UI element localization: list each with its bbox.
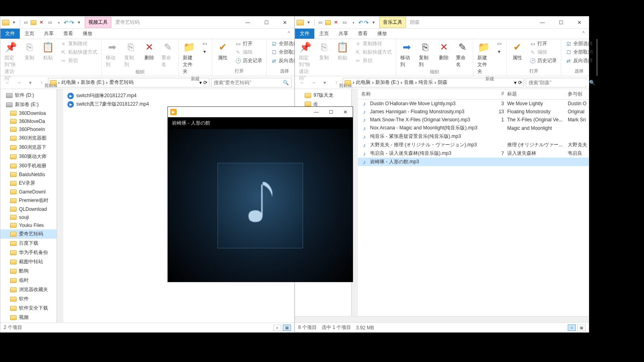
properties-button[interactable]: ✔属性 <box>509 40 525 62</box>
address-bar[interactable]: › 此电脑› 新加卷 (E:)› 爱奇艺转码 ▾ ⟳ <box>48 78 209 87</box>
tab-home[interactable]: 主页 <box>314 29 334 39</box>
minimize-button[interactable]: — <box>533 17 552 29</box>
search-input[interactable]: 🔍 <box>211 78 292 87</box>
sidebar-folder[interactable]: Premiere临时 <box>0 196 56 205</box>
search-icon[interactable]: 🔍 <box>589 80 595 85</box>
sidebar-folder[interactable]: BaiduNetdis <box>0 171 56 179</box>
sidebar-folder[interactable]: GameDownl <box>0 188 56 196</box>
cut-button[interactable]: ✂剪切 <box>353 57 393 64</box>
sidebar-drive[interactable]: 新加卷 (E:) <box>0 100 56 109</box>
sidebar-folder[interactable]: souji <box>0 213 56 221</box>
view-icons-icon[interactable]: ▦ <box>283 325 291 331</box>
history-dropdown[interactable]: ▾ <box>25 78 35 87</box>
dropdown-icon[interactable]: ▾ <box>199 80 202 85</box>
sidebar-folder[interactable]: 360手机相册 <box>0 161 56 171</box>
up-button[interactable]: ↑ <box>37 78 46 87</box>
file-row[interactable]: ♪大野克夫 - 推理 (オリジナル・ヴァージョン).mp3推理 (オリジナルヴァ… <box>358 141 589 149</box>
sidebar-folder[interactable]: 360MoveDa <box>0 117 56 125</box>
folder-icon[interactable] <box>325 20 331 25</box>
newitem-button[interactable]: ▭ <box>494 40 504 47</box>
sidebar-folder[interactable]: 百度下载 <box>0 239 56 248</box>
tab-play[interactable]: 播放 <box>372 29 392 39</box>
delete-icon[interactable]: ✕ <box>332 19 340 27</box>
view-details-icon[interactable]: ≡ <box>273 325 281 331</box>
sidebar-folder[interactable]: 360浏览器下 <box>0 143 56 152</box>
col-name[interactable]: 名称 <box>358 91 491 98</box>
context-tab[interactable]: 视频工具 <box>85 17 111 28</box>
sidebar-folder[interactable]: 浏览器收藏夹 <box>0 285 56 294</box>
sidebar-folder[interactable]: 360浏览器图 <box>0 133 56 143</box>
sidebar-folder[interactable]: Youku Files <box>0 221 56 229</box>
forward-button[interactable]: → <box>309 78 318 87</box>
tab-home[interactable]: 主页 <box>20 29 39 39</box>
history-button[interactable]: 🕑历史记录 <box>233 57 264 64</box>
copypath-button[interactable]: ≡复制路径 <box>59 40 99 48</box>
ribbon-collapse-icon[interactable]: ^ <box>578 29 589 39</box>
selectall-button[interactable]: ☑全部选择 <box>564 40 594 48</box>
copyto-button[interactable]: ⎘复制到 <box>123 40 139 69</box>
file-row[interactable]: ♪James Hannigan - Floating Monstrosity.m… <box>358 108 589 116</box>
crumb[interactable]: › <box>58 80 60 85</box>
delete-icon[interactable]: ✕ <box>37 19 45 27</box>
tab-file[interactable]: 文件 <box>0 29 20 39</box>
copy-button[interactable]: ⎘复制 <box>21 40 38 62</box>
sidebar-folder[interactable]: 视频 <box>0 313 56 322</box>
rename-button[interactable]: ✎重命名 <box>454 40 470 69</box>
minimize-button[interactable]: — <box>309 107 324 117</box>
dropdown-icon[interactable]: ▾ <box>514 80 516 85</box>
crumb[interactable]: 此电脑 <box>61 79 76 86</box>
tab-play[interactable]: 播放 <box>78 29 97 39</box>
qa-down-icon[interactable]: ▾ <box>10 19 18 27</box>
easyaccess-button[interactable]: ▾ <box>494 48 504 55</box>
forward-button[interactable]: → <box>14 78 24 87</box>
undo-icon[interactable]: ↶ <box>64 19 69 26</box>
qa-dot-icon[interactable]: • <box>55 19 63 27</box>
sidebar-folder[interactable]: QLDownload <box>0 205 56 213</box>
scrollbar-h[interactable] <box>295 316 589 322</box>
paste-button[interactable]: 📋粘贴 <box>335 40 351 62</box>
search-field[interactable] <box>529 80 589 85</box>
copyto-button[interactable]: ⎘复制到 <box>417 40 433 69</box>
doc-icon[interactable]: ▭ <box>22 19 30 27</box>
close-button[interactable]: ✕ <box>338 107 353 117</box>
cut-button[interactable]: ✂剪切 <box>59 57 99 64</box>
player-canvas[interactable] <box>168 129 353 282</box>
open-button[interactable]: ▭打开 <box>233 40 264 48</box>
history-dropdown[interactable]: ▾ <box>320 78 330 87</box>
context-tab[interactable]: 音乐工具 <box>379 17 406 28</box>
up-button[interactable]: ↑ <box>331 78 341 87</box>
search-input[interactable]: 🔍 <box>526 78 586 87</box>
edit-button[interactable]: ✎编辑 <box>233 48 264 56</box>
view-icons-icon[interactable]: ▦ <box>577 325 585 331</box>
maximize-button[interactable]: ☐ <box>257 17 276 29</box>
search-field[interactable] <box>214 80 283 85</box>
qa-down-icon[interactable]: ▾ <box>305 19 313 27</box>
crumb[interactable]: 纯音乐 <box>418 79 433 86</box>
newitem-button[interactable]: ▭ <box>200 40 209 47</box>
col-title[interactable]: 标题 <box>507 91 568 98</box>
history-button[interactable]: 🕑历史记录 <box>528 57 558 64</box>
close-button[interactable]: ✕ <box>570 17 589 29</box>
crumb[interactable]: 音频 <box>404 79 414 86</box>
delete-button[interactable]: ✕删除 <box>141 40 157 62</box>
sidebar-folder[interactable]: 软件安全下载 <box>0 304 56 313</box>
pasteshortcut-button[interactable]: ⇱粘贴快捷方式 <box>353 48 393 56</box>
back-button[interactable]: ← <box>297 78 307 87</box>
rename-button[interactable]: ✎重命名 <box>160 40 176 69</box>
file-row[interactable]: ♪Dustin O'Halloran-We Move Lightly.mp33W… <box>358 100 589 108</box>
file-item[interactable]: ▶switch玛德琳20181227.mp4 <box>66 92 292 100</box>
scrollbar[interactable] <box>57 89 63 322</box>
maximize-button[interactable]: ☐ <box>324 107 338 117</box>
crumb[interactable]: 阴森 <box>438 79 447 86</box>
sidebar-folder[interactable]: 360Downloa <box>0 109 56 117</box>
copypath-button[interactable]: ≡复制路径 <box>353 40 393 48</box>
moveto-button[interactable]: ➡移动到 <box>104 40 120 69</box>
maximize-button[interactable]: ☐ <box>552 17 570 29</box>
close-button[interactable]: ✕ <box>276 17 294 29</box>
copy-button[interactable]: ⎘复制 <box>316 40 332 62</box>
address-bar[interactable]: › 此电脑› 新加卷 (E:)› 音频› 纯音乐› 阴森 ▾ ⟳ <box>343 78 524 87</box>
back-button[interactable]: ← <box>3 78 13 87</box>
crumb[interactable]: 新加卷 (E:) <box>81 79 105 86</box>
newfolder-button[interactable]: 📁新建文件夹 <box>181 40 197 76</box>
sidebar-folder[interactable]: 华为手机备份 <box>0 248 56 257</box>
